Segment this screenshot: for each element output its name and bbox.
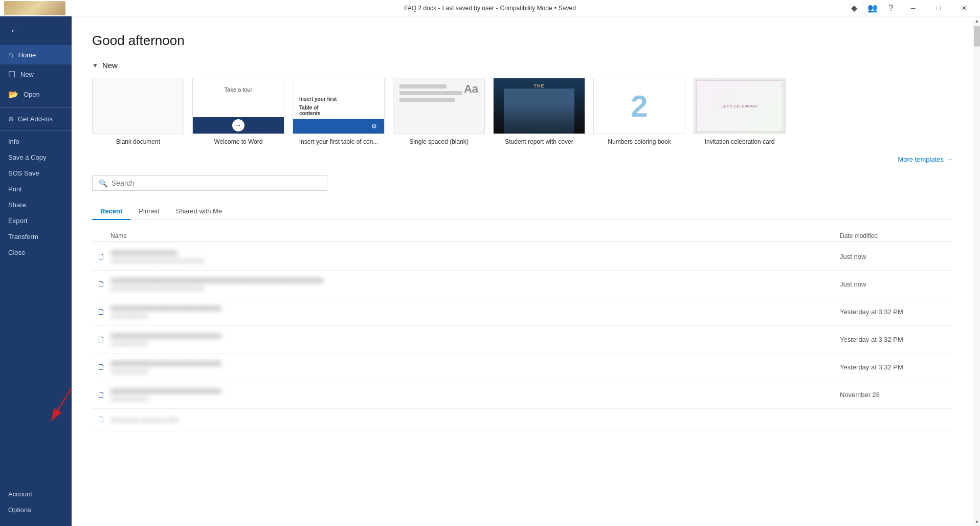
diamond-icon[interactable]: ◆	[846, 0, 862, 16]
file-path: XXXXXXXXXXXXXXXXXXXXXXXXX	[110, 286, 840, 292]
more-templates-link[interactable]: More templates →	[898, 156, 952, 163]
template-thumb-blank	[92, 78, 184, 134]
file-icon-col: 🗋	[92, 415, 110, 424]
titlebar-center: FAQ 2.docx - Last saved by user - Compat…	[404, 5, 576, 12]
tab-pinned[interactable]: Pinned	[130, 203, 167, 220]
file-name-col: XXXXXXXXXXXXXXX XXXXXXXXXXXXXXXXXXXXXXXX…	[110, 249, 840, 264]
table-row[interactable]: 🗋 XXXXXXXXXXXXXXXXXXXXXXXXX XXXXXXXXXX N…	[92, 381, 952, 409]
sidebar-item-transform[interactable]: Transform	[0, 229, 72, 245]
file-icon-col: 🗋	[92, 335, 110, 344]
addins-icon: ⊕	[8, 115, 14, 123]
section-title: New	[102, 61, 118, 70]
sidebar-divider-1	[0, 107, 72, 108]
scroll-down-arrow[interactable]: ▼	[973, 517, 980, 526]
file-icon-col: 🗋	[92, 390, 110, 400]
people-icon[interactable]: 👥	[864, 0, 881, 16]
files-header-name: Name	[110, 232, 840, 239]
invite-text: LET'S CELEBRATE	[722, 104, 758, 108]
template-welcome[interactable]: Take a tour → Welcome to Word	[192, 78, 284, 145]
right-scrollbar: ▲ ▼	[973, 16, 980, 526]
help-icon[interactable]: ?	[883, 0, 899, 16]
sidebar-item-home[interactable]: ⌂ Home	[0, 45, 72, 64]
file-name: XXXXXXXXXXXXXXXXXXXXXXXXX	[110, 332, 840, 340]
sidebar-item-sos-save[interactable]: SOS Save	[0, 165, 72, 181]
sidebar-item-open[interactable]: 📂 Open	[0, 84, 72, 104]
sidebar-item-close[interactable]: Close	[0, 245, 72, 260]
sidebar-item-new[interactable]: ☐ New	[0, 64, 72, 84]
templates-grid: Blank document Take a tour → Welcome to …	[92, 78, 952, 145]
template-blank[interactable]: Blank document	[92, 78, 184, 145]
files-header-icon	[92, 232, 110, 239]
scroll-up-arrow[interactable]: ▲	[973, 16, 980, 25]
sidebar-item-print[interactable]: Print	[0, 181, 72, 197]
template-invite[interactable]: LET'S CELEBRATE Invitation celebration c…	[694, 78, 786, 145]
file-date: Just now	[840, 253, 952, 260]
table-row[interactable]: 🗋 XXXXXXXXXXXXXXXXXXXXXXXXX XXXXXXXXXX Y…	[92, 354, 952, 381]
bullet: •	[554, 5, 556, 12]
titlebar-buttons: ◆ 👥 ? ─ □ ✕	[846, 0, 976, 16]
scrollbar-thumb[interactable]	[974, 26, 980, 47]
table-row[interactable]: 🗋 XXXXXXXXXXXXXXX XXXXXXXXXXXXXXXXXXXXXX…	[92, 243, 952, 271]
sidebar-bottom: Account Options	[0, 486, 72, 526]
table-row[interactable]: 🗋 XXXXXXXXXXXXXXXXXXXXXXXXX XXXXXXXXXX Y…	[92, 298, 952, 326]
tab-shared[interactable]: Shared with Me	[168, 203, 230, 220]
file-icon: 🗋	[97, 252, 105, 261]
sidebar-item-save-copy[interactable]: Save a Copy	[0, 149, 72, 165]
restore-button[interactable]: □	[927, 0, 950, 16]
template-thumb-welcome: Take a tour →	[192, 78, 284, 134]
table-row[interactable]: 🗋 Someone shared a link	[92, 409, 952, 431]
file-icon-col: 🗋	[92, 280, 110, 289]
file-path: XXXXXXXXXX	[110, 341, 840, 347]
sidebar-item-label: New	[20, 71, 34, 78]
file-icon-col: 🗋	[92, 252, 110, 261]
template-student[interactable]: THEJUDICIALBRANCH Student report with co…	[493, 78, 585, 145]
sidebar-item-account[interactable]: Account	[0, 486, 72, 502]
numbers-big-label: 2	[631, 89, 648, 124]
template-thumb-student: THEJUDICIALBRANCH	[493, 78, 585, 134]
file-path: XXXXXXXXXXXXXXXXXXXXXXXXX	[110, 258, 840, 264]
template-toc[interactable]: Insert your first Table of contents ⚙ In…	[293, 78, 385, 145]
status-label: Saved	[559, 5, 576, 12]
tab-recent[interactable]: Recent	[92, 203, 130, 220]
template-thumb-invite: LET'S CELEBRATE	[694, 78, 786, 134]
table-row[interactable]: 🗋 XXXXXXXXXXXXXXXXXXXXXXXXXXXXXXXXXXXXXX…	[92, 271, 952, 298]
search-input[interactable]	[112, 179, 321, 187]
template-label-invite: Invitation celebration card	[705, 138, 775, 145]
template-label-welcome: Welcome to Word	[214, 138, 263, 145]
more-templates-row: More templates →	[92, 156, 952, 163]
file-name: XXXXXXXXXXXXXXX	[110, 249, 840, 257]
file-name: XXXXXXXXXXXXXXXXXXXXXXXXXXXXXXXXXXXXXXXX…	[110, 277, 840, 284]
template-numbers[interactable]: 2 Numbers coloring book	[593, 78, 685, 145]
search-icon: 🔍	[99, 179, 107, 187]
template-label-numbers: Numbers coloring book	[608, 138, 671, 145]
file-date: Yesterday at 3:32 PM	[840, 363, 952, 371]
file-icon: 🗋	[97, 390, 105, 400]
close-button[interactable]: ✕	[952, 0, 976, 16]
separator1: -	[438, 5, 440, 12]
new-icon: ☐	[8, 70, 15, 79]
sidebar-item-info[interactable]: Info	[0, 134, 72, 149]
sidebar-item-share[interactable]: Share	[0, 197, 72, 213]
section-toggle[interactable]: ▼	[92, 62, 98, 69]
filename-label: FAQ 2.docx	[404, 5, 436, 12]
minimize-button[interactable]: ─	[901, 0, 925, 16]
template-single[interactable]: Aa Single spaced (blank)	[393, 78, 485, 145]
student-overlay: THEJUDICIALBRANCH	[494, 78, 585, 134]
avatar	[4, 1, 65, 15]
sidebar-item-export[interactable]: Export	[0, 213, 72, 229]
file-name-col: XXXXXXXXXXXXXXXXXXXXXXXXXXXXXXXXXXXXXXXX…	[110, 277, 840, 292]
file-icon: 🗋	[97, 363, 105, 372]
file-name: XXXXXXXXXXXXXXXXXXXXXXXXX	[110, 304, 840, 312]
file-name: Someone shared a link	[110, 416, 840, 424]
file-name: XXXXXXXXXXXXXXXXXXXXXXXXX	[110, 360, 840, 367]
back-button[interactable]: ←	[4, 20, 25, 41]
file-name-col: XXXXXXXXXXXXXXXXXXXXXXXXX XXXXXXXXXX	[110, 332, 840, 347]
table-row[interactable]: 🗋 XXXXXXXXXXXXXXXXXXXXXXXXX XXXXXXXXXX Y…	[92, 326, 952, 354]
sidebar-item-options[interactable]: Options	[0, 502, 72, 518]
files-header: Name Date modified	[92, 230, 952, 242]
file-name-col: Someone shared a link	[110, 416, 840, 424]
template-thumb-single: Aa	[393, 78, 485, 134]
file-icon: 🗋	[97, 335, 105, 344]
file-name-col: XXXXXXXXXXXXXXXXXXXXXXXXX XXXXXXXXXX	[110, 304, 840, 319]
sidebar-item-get-addins[interactable]: ⊕ Get Add-ins	[0, 111, 72, 127]
